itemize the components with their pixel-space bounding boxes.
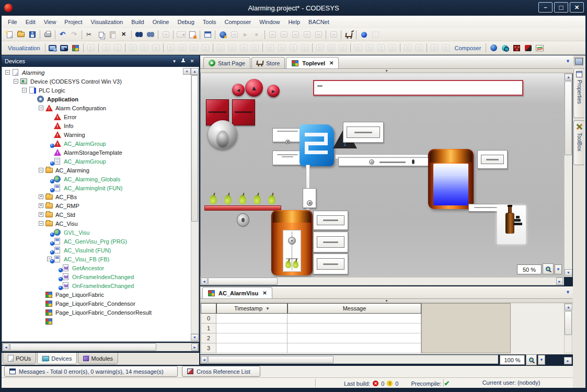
tree-item-page-liquorfabric-condensor[interactable]: Page_LiquorFabric_Condensor: [2, 299, 189, 308]
single-cycle-button[interactable]: [328, 29, 339, 40]
inner-button[interactable]: [317, 215, 344, 225]
tree-item-ac-fbs[interactable]: +AC_FBs: [2, 192, 189, 201]
visu-tool-button[interactable]: [165, 42, 177, 53]
visu-tool-button[interactable]: [402, 42, 413, 53]
red-button-2[interactable]: [232, 99, 255, 125]
canvas-scroll-up-icon[interactable]: ▲: [565, 74, 572, 80]
visu-tool-button[interactable]: [150, 42, 162, 53]
label-box-cip-2[interactable]: [272, 151, 303, 165]
tree-item-application[interactable]: Application: [2, 95, 189, 103]
pin-icon[interactable]: [179, 57, 187, 65]
toggle-switch[interactable]: [208, 120, 237, 149]
tree-item-getancestor[interactable]: GetAncestor: [2, 263, 189, 272]
tree-dropdown-button[interactable]: ▾: [183, 68, 191, 75]
visu-tool-button[interactable]: [139, 42, 150, 53]
tree-hscrollbar[interactable]: ◄ ►: [2, 343, 199, 351]
view-tab-devices[interactable]: Devices: [37, 353, 77, 364]
tab-ac-alarmvisu[interactable]: AC_AlarmVisu ✕: [202, 287, 272, 298]
expander-collapse-icon[interactable]: −: [22, 88, 27, 93]
tree-item-device-codesys-control-win-v3[interactable]: −Device (CODESYS Control Win V3): [2, 77, 189, 86]
pear-icon[interactable]: [268, 195, 275, 204]
nav-up-button[interactable]: ▲: [245, 79, 263, 97]
alarm-scroll-left-icon[interactable]: ◄: [201, 356, 208, 363]
tree-item-ac-alarmgroup[interactable]: AC_AlarmGroup: [2, 139, 189, 148]
tab-start-page[interactable]: Start Page: [203, 57, 250, 68]
maximize-button[interactable]: [554, 2, 568, 13]
step-over-button[interactable]: [267, 29, 278, 40]
tree-item-plc-logic[interactable]: −PLC Logic: [2, 86, 189, 95]
tab-store[interactable]: Store: [251, 57, 285, 68]
tree-scroll-up-icon[interactable]: ▲: [191, 68, 199, 75]
close-button[interactable]: [570, 2, 584, 13]
alarm-tab-list-icon[interactable]: ▼: [566, 290, 570, 295]
menu-item-file[interactable]: File: [4, 17, 21, 27]
expander-collapse-icon[interactable]: −: [5, 70, 10, 75]
visu-tool-button[interactable]: [337, 42, 349, 53]
tree-item-ac-rmp[interactable]: +AC_RMP: [2, 201, 189, 210]
tree-item-onframeindexchanged[interactable]: OnFrameIndexChanged: [2, 272, 189, 281]
composer-chart-button[interactable]: [534, 42, 545, 53]
valve-label-box[interactable]: [303, 188, 316, 208]
expander-collapse-icon[interactable]: −: [39, 106, 43, 110]
visu-preview-button[interactable]: [59, 42, 70, 53]
alarm-zoom-value[interactable]: 100 %: [500, 355, 525, 365]
step-into-button[interactable]: [278, 29, 290, 40]
button-box-top[interactable]: [343, 122, 384, 143]
tree-item-alarm-configuration[interactable]: −Alarm Configuration: [2, 103, 189, 112]
panel-close-icon[interactable]: ✕: [188, 57, 196, 65]
open-project-button[interactable]: [15, 29, 27, 40]
save-button[interactable]: [27, 29, 38, 40]
composer-devices-button[interactable]: [522, 42, 534, 53]
alarm-row-number[interactable]: 2: [201, 333, 216, 343]
tree-item-ac-alarminginit-fun[interactable]: AC_AlarmingInit (FUN): [2, 183, 189, 192]
button-box-3[interactable]: [313, 253, 348, 274]
composer-node-button[interactable]: [488, 42, 499, 53]
pear-icon[interactable]: [254, 195, 261, 204]
heat-exchanger[interactable]: [300, 124, 334, 166]
editor-splitter[interactable]: ▾: [200, 69, 573, 73]
close-tab-icon[interactable]: ✕: [329, 60, 333, 66]
tree-item-ac-std[interactable]: +AC_Std: [2, 210, 189, 219]
find-button[interactable]: [133, 29, 145, 40]
tree-item-ac-visuinit-fun[interactable]: AC_VisuInit (FUN): [2, 246, 189, 255]
mixer-tank[interactable]: [271, 210, 313, 275]
tree-item-page-liquorfabric[interactable]: Page_LiquorFabric: [2, 290, 189, 299]
visu-tool-button[interactable]: [127, 42, 139, 53]
new-file-button[interactable]: [4, 29, 15, 40]
visu-tool-button[interactable]: [299, 42, 310, 53]
canvas-scroll-down-icon[interactable]: ▼: [565, 269, 572, 276]
cut-button[interactable]: [84, 29, 95, 40]
label-box-cip-1[interactable]: [272, 128, 303, 142]
visu-styles-button[interactable]: [70, 42, 82, 53]
build-button[interactable]: [202, 29, 213, 40]
column-header-message[interactable]: Message: [287, 303, 421, 314]
conveyor-belt[interactable]: [204, 205, 281, 211]
visu-tool-button[interactable]: [215, 42, 226, 53]
login-button[interactable]: [217, 29, 228, 40]
visu-tool-button[interactable]: [276, 42, 287, 53]
alarm-row-number[interactable]: 1: [201, 324, 216, 333]
inner-button[interactable]: [317, 236, 344, 248]
composer-modules-button[interactable]: [511, 42, 522, 53]
delete-button[interactable]: [118, 29, 130, 40]
tree-item-ac-genvisu-prg-prg[interactable]: AC_GenVisu_Prg (PRG): [2, 237, 189, 246]
visu-tool-button[interactable]: [112, 42, 123, 53]
tree-scroll-right-icon[interactable]: ►: [191, 343, 198, 351]
tab-toplevel[interactable]: Toplevel✕: [286, 57, 339, 68]
menu-item-debug[interactable]: Debug: [173, 17, 198, 27]
store-cart-button[interactable]: [343, 29, 354, 40]
start-button[interactable]: [240, 29, 251, 40]
stop-button[interactable]: [251, 29, 263, 40]
expander-expand-icon[interactable]: +: [39, 203, 43, 208]
step-out-button[interactable]: [290, 29, 301, 40]
nav-left-button[interactable]: ◄: [232, 84, 245, 96]
pear-icon[interactable]: [239, 195, 246, 204]
breakpoint-button[interactable]: [301, 29, 313, 40]
visu-tool-button[interactable]: [352, 42, 364, 53]
visu-tool-button[interactable]: [375, 42, 387, 53]
pear-icon[interactable]: [210, 195, 217, 204]
canvas-hscroll-thumb[interactable]: [208, 278, 278, 285]
button-box-1[interactable]: [313, 211, 348, 230]
menu-item-help[interactable]: Help: [284, 17, 304, 27]
alarm-scroll-right-icon[interactable]: ►: [564, 357, 572, 364]
